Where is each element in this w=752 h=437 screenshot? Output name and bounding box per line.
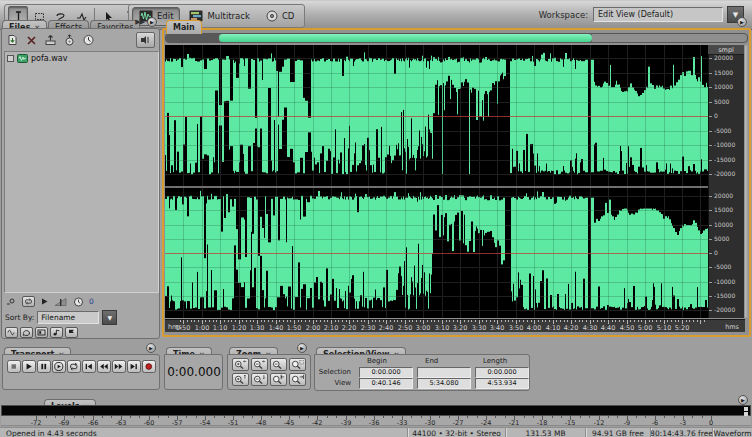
time-tick: [689, 320, 690, 322]
time-tick: [401, 320, 402, 322]
go-to-beginning-button[interactable]: [82, 360, 96, 373]
amp-label: 0: [714, 250, 718, 256]
time-tick: [612, 320, 613, 322]
time-tick: [272, 320, 273, 322]
db-label: -51: [228, 419, 239, 427]
selview-view-end-field[interactable]: 5:34.080: [417, 378, 471, 389]
files-panel-menu-button[interactable]: ▶: [147, 17, 157, 27]
loop-play-button[interactable]: [22, 296, 35, 307]
show-markers-toggle[interactable]: [65, 327, 78, 338]
range-thumb[interactable]: [219, 34, 592, 42]
amp-label: -20000: [714, 171, 735, 177]
time-label: 3:50: [509, 324, 524, 332]
amp-tick: [709, 196, 712, 197]
time-tick: [619, 320, 620, 322]
db-label: -18: [537, 419, 548, 427]
selview-col-header: Begin: [367, 357, 387, 365]
db-label: -24: [481, 419, 492, 427]
edit-file-button[interactable]: [81, 33, 96, 47]
go-to-end-button[interactable]: [127, 360, 141, 373]
play-from-cursor-button[interactable]: [52, 360, 66, 373]
pause-button[interactable]: [37, 360, 51, 373]
amp-label: 10000: [714, 222, 733, 228]
workspace-select[interactable]: Edit View (Default): [593, 7, 723, 22]
zoom-to-selection-button[interactable]: [289, 358, 306, 371]
time-tick: [649, 320, 650, 322]
mode-cd-button[interactable]: CD: [259, 7, 301, 26]
time-tick: [638, 320, 639, 322]
selview-selection-length-field[interactable]: 0:00.000: [475, 367, 529, 378]
duration-icon: [73, 297, 84, 307]
time-tick: [490, 320, 491, 322]
insert-into-multitrack-button[interactable]: [43, 33, 58, 47]
amp-tick: [709, 131, 712, 132]
preview-volume-slider[interactable]: [54, 297, 68, 307]
db-tick: [636, 416, 637, 418]
insert-into-cd-list-button[interactable]: [62, 33, 77, 47]
amp-label: -15000: [714, 293, 735, 299]
show-video-files-toggle[interactable]: [35, 327, 48, 338]
amp-tick: [709, 296, 712, 297]
vertical-scrollbar[interactable]: [745, 45, 749, 318]
db-tick: [327, 416, 328, 418]
zoom-out-horizontal-button[interactable]: [251, 358, 268, 371]
file-list[interactable]: pofa.wav: [4, 51, 159, 293]
expand-icon[interactable]: [7, 55, 14, 62]
time-tick: [623, 320, 624, 322]
zoom-out-full-button[interactable]: [270, 358, 287, 371]
close-file-button[interactable]: [24, 33, 39, 47]
tab-overflow-icon[interactable]: ▶▶: [135, 18, 144, 26]
show-audio-files-toggle[interactable]: [5, 327, 18, 338]
zoom-in-vertical-button[interactable]: [232, 373, 249, 386]
file-list-item[interactable]: pofa.wav: [5, 52, 158, 65]
time-tick: [198, 320, 199, 322]
time-label: 5:00: [638, 324, 653, 332]
import-file-button[interactable]: [5, 33, 20, 47]
time-tick: [379, 320, 380, 322]
amp-label: 0: [714, 113, 718, 119]
time-label: 1:50: [287, 324, 302, 332]
time-label: 3:40: [490, 324, 505, 332]
zoom-out-vertical-button[interactable]: [251, 373, 268, 386]
zoom-left-edge-button[interactable]: [270, 373, 287, 386]
play-button[interactable]: [22, 360, 36, 373]
files-options-button[interactable]: [136, 32, 155, 48]
zoom-right-edge-button[interactable]: [289, 373, 306, 386]
amp-label: 5000: [714, 99, 729, 105]
selview-view-begin-field[interactable]: 0:40.146: [359, 378, 413, 389]
main-panel-menu-button[interactable]: ▶: [737, 17, 747, 27]
selview-col-header: End: [425, 357, 438, 365]
transport-panel-menu-button[interactable]: ▶: [146, 343, 156, 353]
sort-by-select[interactable]: Filename: [37, 311, 99, 324]
levels-panel-menu-button[interactable]: ▶: [738, 395, 748, 405]
time-label: 4:20: [564, 324, 579, 332]
db-tick: [308, 416, 309, 418]
selview-selection-end-field[interactable]: [417, 367, 471, 378]
levels-meter[interactable]: [1, 405, 751, 416]
db-tick: [505, 416, 506, 418]
amp-tick: [709, 102, 712, 103]
amplitude-ruler[interactable]: 20000150001000050000-5000-10000-15000-20…: [708, 45, 744, 318]
play-file-button[interactable]: [40, 297, 49, 306]
play-looped-button[interactable]: [67, 360, 81, 373]
tab-main[interactable]: Main: [166, 20, 202, 34]
show-loop-files-toggle[interactable]: [20, 327, 33, 338]
time-tick: [250, 320, 251, 322]
range-scrollbar[interactable]: [165, 33, 748, 43]
time-tick: [675, 320, 676, 322]
selview-view-length-field[interactable]: 4:53.934: [475, 378, 529, 389]
zoom-panel-menu-button[interactable]: ▶: [297, 343, 307, 353]
file-type-toggles: [5, 326, 78, 338]
stop-button[interactable]: [7, 360, 21, 373]
time-tick: [309, 320, 310, 322]
record-button[interactable]: [142, 360, 156, 373]
show-midi-files-toggle[interactable]: [50, 327, 63, 338]
zoom-in-horizontal-button[interactable]: [232, 358, 249, 371]
rewind-button[interactable]: [97, 360, 111, 373]
fast-forward-button[interactable]: [112, 360, 126, 373]
sort-by-dropdown-arrow-icon[interactable]: ▼: [102, 310, 117, 325]
timeline-ruler[interactable]: hms hms 0:501:001:101:201:301:401:502:00…: [165, 319, 745, 332]
db-label: -42: [312, 419, 323, 427]
selview-selection-begin-field[interactable]: 0:00.000: [359, 367, 413, 378]
waveform-display[interactable]: [165, 45, 708, 318]
